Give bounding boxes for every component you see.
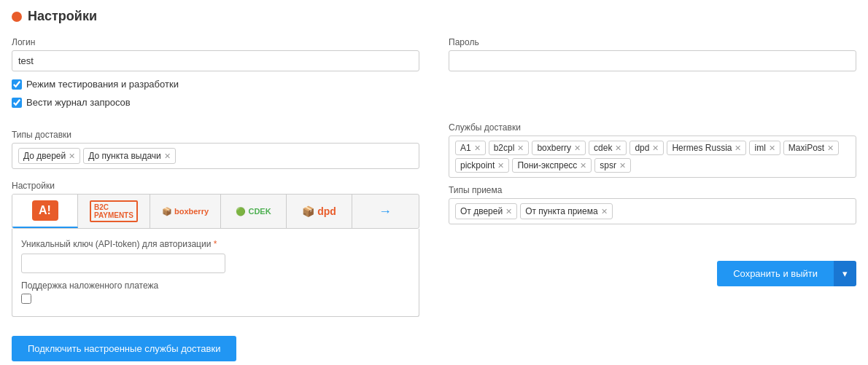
tag-pony: Пони-экспресс ✕ <box>512 158 592 173</box>
save-button-group: Сохранить и выйти ▾ <box>717 261 856 286</box>
test-mode-checkbox-row: Режим тестирования и разработки <box>12 79 419 90</box>
tag-from-door: От дверей ✕ <box>455 203 517 219</box>
tab-b2c[interactable]: B2CPAYMENTS <box>78 195 150 228</box>
test-mode-label: Режим тестирования и разработки <box>26 79 179 90</box>
tag-cdek: cdek ✕ <box>589 141 627 155</box>
tag-delivery-pickup-remove[interactable]: ✕ <box>164 152 171 161</box>
tag-a1-remove[interactable]: ✕ <box>474 144 481 153</box>
tab-dpd[interactable]: 📦 dpd <box>287 195 352 228</box>
tag-b2cpl: b2cpl ✕ <box>489 141 530 155</box>
tab-cdek[interactable]: 🟢 CDEK <box>221 195 287 228</box>
tag-delivery-pickup: До пункта выдачи ✕ <box>83 148 176 164</box>
login-label: Логин <box>12 37 419 47</box>
save-button[interactable]: Сохранить и выйти <box>717 261 834 286</box>
api-token-label: Уникальный ключ (API-token) для авториза… <box>21 239 410 249</box>
cod-label: Поддержка наложенного платежа <box>21 280 410 291</box>
settings-tabs: A! B2CPAYMENTS 📦 boxberry 🟢 CDEK <box>12 194 419 229</box>
status-dot-icon <box>12 12 22 22</box>
login-input[interactable] <box>12 50 419 71</box>
api-token-required: * <box>214 239 217 249</box>
tag-dpd-remove[interactable]: ✕ <box>652 144 659 153</box>
save-arrow-button[interactable]: ▾ <box>834 261 856 286</box>
password-label: Пароль <box>449 37 856 47</box>
tag-from-pickup-remove[interactable]: ✕ <box>601 207 608 216</box>
tag-hermes-remove[interactable]: ✕ <box>735 144 741 153</box>
tag-iml-remove[interactable]: ✕ <box>769 144 775 153</box>
delivery-types-tags: До дверей ✕ До пункта выдачи ✕ <box>12 143 419 169</box>
tag-maxipost: MaxiPost ✕ <box>783 141 839 155</box>
tag-spsr: spsr ✕ <box>594 158 631 173</box>
tag-pony-remove[interactable]: ✕ <box>580 161 586 170</box>
settings-tabs-section: Настройки A! B2CPAYMENTS 📦 boxberry <box>12 176 419 317</box>
settings-section-label: Настройки <box>12 181 419 191</box>
tag-boxberry-remove[interactable]: ✕ <box>574 144 581 153</box>
tag-from-door-remove[interactable]: ✕ <box>505 207 512 216</box>
reception-types-field-group: Типы приема От дверей ✕ От пункта приема… <box>449 185 856 224</box>
log-label: Вести журнал запросов <box>26 97 131 108</box>
delivery-types-label: Типы доставки <box>12 130 419 140</box>
tab-a1[interactable]: A! <box>12 195 78 228</box>
tag-delivery-door-remove[interactable]: ✕ <box>69 152 75 161</box>
tab-boxberry[interactable]: 📦 boxberry <box>150 195 221 228</box>
test-mode-checkbox[interactable] <box>12 79 22 90</box>
tag-spsr-remove[interactable]: ✕ <box>619 161 626 170</box>
page-header: Настройки <box>12 9 856 24</box>
settings-content: Уникальный ключ (API-token) для авториза… <box>12 229 419 317</box>
tag-maxipost-remove[interactable]: ✕ <box>827 144 834 153</box>
tag-b2cpl-remove[interactable]: ✕ <box>517 144 524 153</box>
tag-delivery-door: До дверей ✕ <box>18 148 80 164</box>
tag-boxberry: boxberry ✕ <box>532 141 586 155</box>
tab-more[interactable]: → <box>352 195 418 228</box>
page-title: Настройки <box>28 9 97 24</box>
cod-checkbox[interactable] <box>21 294 31 304</box>
reception-types-tags: От дверей ✕ От пункта приема ✕ <box>449 198 856 224</box>
tag-from-pickup: От пункта приема ✕ <box>520 203 613 219</box>
tag-dpd: dpd ✕ <box>629 141 664 155</box>
password-input[interactable] <box>449 50 856 71</box>
login-field-group: Логин <box>12 37 419 71</box>
password-field-group: Пароль <box>449 37 856 71</box>
tag-pickpoint-remove[interactable]: ✕ <box>497 161 504 170</box>
tag-iml: iml ✕ <box>749 141 780 155</box>
api-token-input[interactable] <box>21 254 225 273</box>
log-checkbox[interactable] <box>12 98 22 108</box>
tag-cdek-remove[interactable]: ✕ <box>615 144 621 153</box>
delivery-types-field-group: Типы доставки До дверей ✕ До пункта выда… <box>12 130 419 169</box>
tag-a1: A1 ✕ <box>455 141 486 155</box>
delivery-services-tags: A1 ✕ b2cpl ✕ boxberry ✕ cdek ✕ dpd ✕ Her… <box>449 136 856 178</box>
delivery-services-field-group: Службы доставки A1 ✕ b2cpl ✕ boxberry ✕ … <box>449 122 856 178</box>
log-checkbox-row: Вести журнал запросов <box>12 97 419 108</box>
connect-button[interactable]: Подключить настроенные службы доставки <box>12 336 236 361</box>
tag-hermes: Hermes Russia ✕ <box>667 141 746 155</box>
tag-pickpoint: pickpoint ✕ <box>455 158 509 173</box>
reception-types-label: Типы приема <box>449 185 856 195</box>
right-bottom-actions: Сохранить и выйти ▾ <box>449 261 856 286</box>
delivery-services-label: Службы доставки <box>449 122 856 133</box>
